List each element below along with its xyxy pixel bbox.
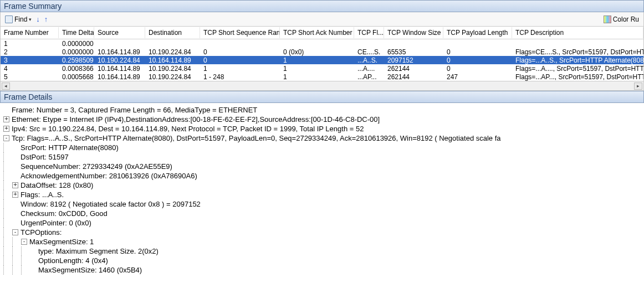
tree-leaf-icon [12,220,18,226]
table-row[interactable]: 20.000000010.164.114.8910.190.224.8400 (… [1,48,643,56]
col-time-delta[interactable]: Time Delta [59,27,94,38]
collapse-icon[interactable]: - [21,239,27,245]
tree-leaf-icon [30,258,36,264]
tree-node[interactable]: UrgentPointer: 0 (0x0) [3,218,643,228]
tree-node-text: OptionLength: 4 (0x4) [38,256,108,265]
color-rules-button[interactable]: Color Ru [601,14,641,24]
col-payload-len[interactable]: TCP Payload Length [443,27,512,38]
table-row[interactable]: 10.0000000 [1,39,643,48]
tree-node[interactable]: type: Maximum Segment Size. 2(0x2) [3,246,643,256]
cell-tcp-flags: ...AP... [354,73,384,81]
tree-node[interactable]: MaxSegmentSize: 1460 (0x5B4) [3,265,643,275]
table-row[interactable]: 40.000836610.164.114.8910.190.224.8411..… [1,64,643,73]
cell-time-delta: 0.0000000 [59,48,94,56]
col-source[interactable]: Source [94,27,145,38]
grid-h-scrollbar[interactable]: ◂ ▸ [0,81,644,91]
col-window-size[interactable]: TCP Window Size [384,27,443,38]
cell-seq-range: 1 [200,65,280,73]
tree-node[interactable]: +Ethernet: Etype = Internet IP (IPv4),De… [3,115,643,124]
cell-source: 10.164.114.89 [94,48,145,56]
tree-leaf-icon [12,210,18,217]
cell-time-delta: 0.0000000 [59,40,94,48]
tree-node-text: Flags: ...A..S. [21,190,64,199]
cell-destination: 10.190.224.84 [145,73,200,81]
frame-summary-header: Frame Summary [0,0,644,12]
grid-body: 10.000000020.000000010.164.114.8910.190.… [1,39,643,81]
cell-ack-number: 1 [280,56,354,64]
cell-frame-number: 2 [1,48,59,56]
col-seq-range[interactable]: TCP Short Sequence Range [200,27,280,38]
expand-icon[interactable]: + [12,182,18,188]
cell-window-size: 262144 [384,65,443,73]
collapse-icon[interactable]: - [12,229,18,235]
tree-node[interactable]: OptionLength: 4 (0x4) [3,256,643,265]
arrow-down-icon: ↓ [36,15,40,23]
cell-ack-number: 1 [280,65,354,73]
frame-details-tree[interactable]: Frame: Number = 3, Captured Frame Length… [0,103,644,277]
tree-node[interactable]: Checksum: 0xCD0D, Good [3,209,643,218]
cell-destination: 10.190.224.84 [145,48,200,56]
color-rules-label: Color Ru [613,16,639,23]
tree-node-text: MaxSegmentSize: 1 [29,237,94,246]
col-ack-number[interactable]: TCP Short Ack Number [280,27,354,38]
tree-node-text: Window: 8192 ( Negotiated scale factor 0… [21,199,201,209]
col-destination[interactable]: Destination [145,27,200,38]
frame-summary-grid[interactable]: Frame Number Time Delta Source Destinati… [0,27,644,81]
tree-node[interactable]: -TCPOptions: [3,228,643,237]
cell-tcp-flags: CE....S. [354,48,384,56]
col-tcp-flags[interactable]: TCP Fl... [354,27,384,38]
cell-window-size: 2097152 [384,56,443,64]
tree-node-text: TCPOptions: [21,228,62,237]
tree-node-text: DataOffset: 128 (0x80) [21,181,93,190]
cell-destination: 10.190.224.84 [145,65,200,73]
cell-frame-number: 3 [1,56,59,64]
tree-node[interactable]: SequenceNumber: 2729334249 (0xA2AE55E9) [3,162,643,171]
tree-node[interactable]: DstPort: 51597 [3,152,643,162]
tree-node[interactable]: +Flags: ...A..S. [3,190,643,199]
tree-leaf-icon [12,163,18,169]
expand-icon[interactable]: + [3,126,9,132]
cell-frame-number: 4 [1,65,59,73]
tree-node[interactable]: +Ipv4: Src = 10.190.224.84, Dest = 10.16… [3,124,643,133]
col-frame-number[interactable]: Frame Number [1,27,59,38]
cell-time-delta: 0.0005668 [59,73,94,81]
cell-tcp-flags: ...A.... [354,65,384,73]
col-description[interactable]: TCP Description [512,27,643,38]
tree-node[interactable]: -MaxSegmentSize: 1 [3,237,643,246]
tree-node-text: type: Maximum Segment Size. 2(0x2) [38,246,159,256]
cell-window-size: 262144 [384,73,443,81]
cell-source: 10.164.114.89 [94,65,145,73]
next-match-button[interactable]: ↓ [34,15,42,23]
expand-icon[interactable]: + [3,116,9,122]
tree-node[interactable]: Frame: Number = 3, Captured Frame Length… [3,105,643,115]
scroll-left-button[interactable]: ◂ [2,83,10,90]
scroll-right-button[interactable]: ▸ [634,83,642,90]
frame-summary-toolbar: Find ▾ ↓ ↑ Color Ru [0,12,644,27]
tree-leaf-icon [12,201,18,207]
tree-node-text: Tcp: Flags=...A..S., SrcPort=HTTP Altern… [12,133,501,143]
cell-ack-number: 0 (0x0) [280,48,354,56]
tree-node-text: Ipv4: Src = 10.190.224.84, Dest = 10.164… [12,124,364,133]
cell-source: 10.190.224.84 [94,56,145,64]
tree-node[interactable]: +DataOffset: 128 (0x80) [3,181,643,190]
tree-leaf-icon [12,154,18,160]
arrow-up-icon: ↑ [44,15,48,23]
tree-node[interactable]: Window: 8192 ( Negotiated scale factor 0… [3,199,643,209]
tree-node[interactable]: -Tcp: Flags=...A..S., SrcPort=HTTP Alter… [3,133,643,143]
tree-node[interactable]: AcknowledgementNumber: 2810613926 (0xA78… [3,171,643,181]
cell-ack-number: 1 [280,73,354,81]
expand-icon[interactable]: + [12,192,18,198]
tree-node-text: SequenceNumber: 2729334249 (0xA2AE55E9) [21,162,172,171]
cell-payload-len: 247 [443,73,512,81]
cell-description: Flags=...AP..., SrcPort=51597, DstPort=H… [512,73,643,81]
collapse-icon[interactable]: - [3,135,9,141]
table-row[interactable]: 30.259850910.190.224.8410.164.114.8901..… [1,56,643,64]
scroll-track[interactable] [11,83,633,90]
tree-node-text: SrcPort: HTTP Alternate(8080) [21,143,119,152]
prev-match-button[interactable]: ↑ [42,15,50,23]
cell-payload-len: 0 [443,65,512,73]
table-row[interactable]: 50.000566810.164.114.8910.190.224.841 - … [1,73,643,81]
cell-seq-range: 0 [200,48,280,56]
find-button[interactable]: Find ▾ [3,14,34,24]
tree-node[interactable]: SrcPort: HTTP Alternate(8080) [3,143,643,152]
